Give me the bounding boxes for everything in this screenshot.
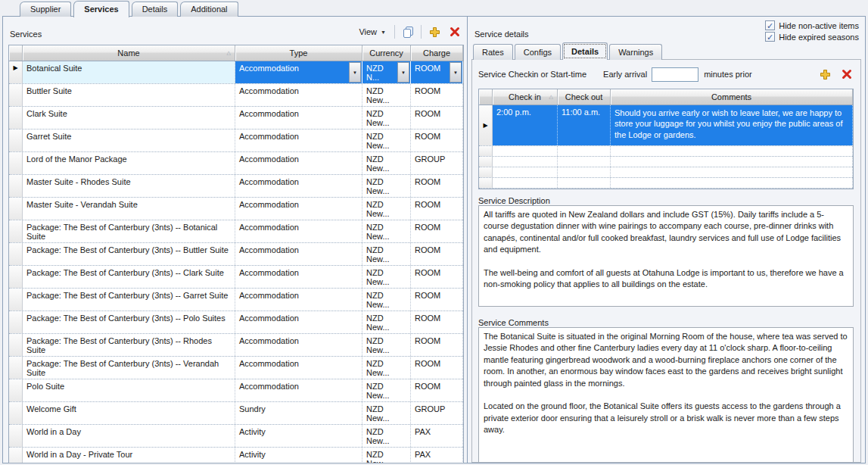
- delete-button[interactable]: [447, 24, 462, 39]
- dropdown-button[interactable]: ▼: [397, 62, 409, 83]
- checkbox-icon: ✓: [765, 32, 775, 42]
- row-header: [9, 152, 23, 174]
- dropdown-button[interactable]: ▼: [450, 62, 462, 83]
- table-row[interactable]: Clark SuiteAccommodationNZD New...ROOM: [9, 107, 463, 130]
- services-toolbar: View ▼: [356, 24, 462, 39]
- cell-charge: GROUP: [411, 402, 463, 424]
- cell-check-in: [493, 178, 558, 188]
- row-header: [9, 379, 23, 401]
- tab-warnings[interactable]: Warnings: [609, 44, 662, 60]
- table-row[interactable]: Package: The Best of Canterbury (3nts) -…: [9, 243, 463, 266]
- table-row[interactable]: Package: The Best of Canterbury (3nts) -…: [9, 289, 463, 311]
- table-row[interactable]: Master Suite - Rhodes SuiteAccommodation…: [9, 175, 463, 198]
- table-row[interactable]: Package: The Best of Canterbury (3nts) -…: [9, 357, 463, 379]
- column-header-charge[interactable]: Charge: [411, 45, 463, 61]
- row-header: [9, 198, 23, 220]
- copy-button[interactable]: [400, 24, 415, 39]
- table-row[interactable]: Package: The Best of Canterbury (3nts) -…: [9, 266, 463, 289]
- empty-row: [479, 157, 853, 167]
- copy-icon: [402, 26, 415, 39]
- tab-supplier[interactable]: Supplier: [20, 2, 71, 17]
- row-header: [479, 167, 493, 177]
- cell-type: Accommodation: [235, 357, 362, 379]
- tab-additional[interactable]: Additional: [180, 2, 238, 17]
- service-description-box[interactable]: All tariffs are quoted in New Zealand do…: [478, 205, 854, 307]
- header-stub: [9, 45, 23, 61]
- cell-name: Master Suite - Rhodes Suite: [23, 175, 235, 197]
- add-button[interactable]: [427, 24, 442, 39]
- column-header-comments[interactable]: Comments: [611, 89, 853, 105]
- column-header-currency[interactable]: Currency: [362, 45, 411, 61]
- checkbox-hide-expired-seasons[interactable]: ✓Hide expired seasons: [765, 32, 859, 42]
- checkbox-hide-non-active-items[interactable]: ✓Hide non-active items: [765, 20, 859, 30]
- cell-type: Accommodation: [235, 266, 362, 288]
- table-row[interactable]: ▶2:00 p.m.11:00 a.m.Should you arrive ea…: [479, 105, 853, 146]
- cell-currency: NZD New...: [362, 357, 411, 379]
- cell-comments: [611, 146, 853, 156]
- row-header: [9, 266, 23, 288]
- table-row[interactable]: Package: The Best of Canterbury (3nts) -…: [9, 311, 463, 334]
- row-header: [479, 157, 493, 167]
- cell-name: Welcome Gift: [23, 402, 235, 424]
- row-header: [479, 178, 493, 188]
- cell-charge: GROUP: [411, 152, 463, 174]
- table-row[interactable]: ▶Botanical SuiteAccommodation▼NZD N...▼R…: [9, 61, 463, 84]
- early-arrival-input[interactable]: [652, 67, 698, 82]
- column-header-name[interactable]: Name△: [23, 45, 235, 61]
- cell-charge: ROOM: [411, 311, 463, 333]
- table-row[interactable]: Package: The Best of Canterbury (3nts) -…: [9, 334, 463, 357]
- table-row[interactable]: Lord of the Manor PackageAccommodationNZ…: [9, 152, 463, 175]
- column-header-type[interactable]: Type: [235, 45, 362, 61]
- cell-type: Accommodation▼: [235, 61, 362, 83]
- row-header: [9, 220, 23, 242]
- add-icon: [429, 27, 440, 38]
- minutes-prior-label: minutes prior: [704, 70, 752, 79]
- current-row-icon: ▶: [13, 61, 17, 75]
- row-header: ▶: [9, 61, 23, 83]
- cell-currency: NZD New...: [362, 107, 411, 129]
- service-comments-box[interactable]: The Botanical Suite is situated in the o…: [478, 327, 854, 463]
- cell-currency: NZD New...: [362, 402, 411, 424]
- checkin-grid-body: ▶2:00 p.m.11:00 a.m.Should you arrive ea…: [479, 105, 853, 189]
- cell-currency: NZD New...: [362, 266, 411, 288]
- column-header-check-out[interactable]: Check out: [558, 89, 611, 105]
- empty-row: [479, 167, 853, 178]
- cell-name: Package: The Best of Canterbury (3nts) -…: [23, 311, 235, 333]
- cell-currency: NZD New...: [362, 334, 411, 356]
- tab-services[interactable]: Services: [73, 1, 129, 17]
- cell-charge: ROOM: [411, 84, 463, 106]
- view-button[interactable]: View ▼: [356, 26, 389, 38]
- table-row[interactable]: World in a DayActivityNZD New...PAX: [9, 425, 463, 448]
- cell-type: Accommodation: [235, 334, 362, 356]
- table-row[interactable]: Buttler SuiteAccommodationNZD New...ROOM: [9, 84, 463, 107]
- table-row[interactable]: Master Suite - Verandah SuiteAccommodati…: [9, 198, 463, 220]
- cell-name: Package: The Best of Canterbury (3nts) -…: [23, 357, 235, 379]
- table-row[interactable]: Welcome GiftSundryNZD New...GROUP: [9, 402, 463, 425]
- dropdown-button[interactable]: ▼: [349, 62, 361, 83]
- cell-currency: NZD New...: [362, 130, 411, 151]
- toolbar-separator: [421, 25, 422, 39]
- cell-charge: ROOM: [411, 357, 463, 379]
- tab-configs[interactable]: Configs: [515, 44, 561, 60]
- tab-rates[interactable]: Rates: [473, 44, 513, 60]
- column-header-check-in[interactable]: Check in△: [493, 89, 558, 105]
- table-row[interactable]: Polo SuiteAccommodationNZD New...ROOM: [9, 379, 463, 402]
- table-row[interactable]: World in a Day - Private TourActivityNZD…: [9, 448, 463, 463]
- tab-details[interactable]: Details: [132, 2, 179, 17]
- services-grid-body: ▶Botanical SuiteAccommodation▼NZD N...▼R…: [9, 61, 463, 463]
- cell-type: Activity: [235, 448, 362, 463]
- row-header: [9, 243, 23, 265]
- service-details-panel: Service details ✓Hide non-active items✓H…: [467, 17, 865, 463]
- cell-check-out: [558, 167, 611, 177]
- checkin-delete-button[interactable]: [839, 67, 854, 82]
- cell-name: Package: The Best of Canterbury (3nts) -…: [23, 289, 235, 311]
- table-row[interactable]: Garret SuiteAccommodationNZD New...ROOM: [9, 130, 463, 152]
- cell-charge: ROOM: [411, 220, 463, 242]
- filter-checkboxes: ✓Hide non-active items✓Hide expired seas…: [765, 20, 859, 42]
- checkin-add-button[interactable]: [817, 67, 832, 82]
- table-row[interactable]: Package: The Best of Canterbury (3nts) -…: [9, 220, 463, 243]
- cell-comments: Should you arrive early or wish to leave…: [611, 105, 853, 145]
- cell-name: Lord of the Manor Package: [23, 152, 235, 174]
- checkbox-label: Hide expired seasons: [779, 33, 859, 42]
- tab-details[interactable]: Details: [562, 42, 608, 60]
